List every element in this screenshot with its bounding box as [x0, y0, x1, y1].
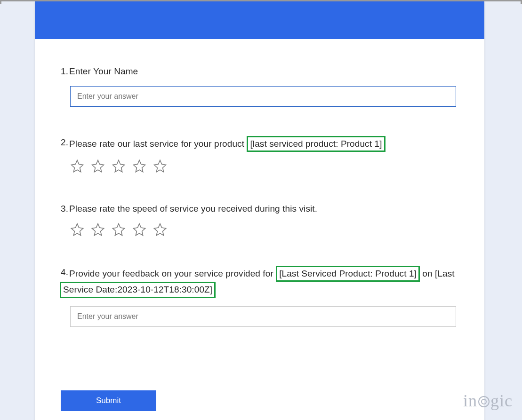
q4-text-before: Provide your feedback on your service pr… — [69, 269, 273, 278]
question-1: 1. Enter Your Name — [61, 65, 458, 107]
form-header — [35, 1, 484, 39]
q4-text-mid: on [Last — [422, 269, 454, 278]
form-card: 1. Enter Your Name 2. Please rate our la… — [35, 1, 484, 420]
q4-input[interactable] — [70, 306, 456, 327]
question-2: 2. Please rate our last service for your… — [61, 136, 458, 174]
q1-text: Enter Your Name — [69, 65, 458, 78]
q2-highlight: [last serviced product: Product 1] — [247, 136, 385, 152]
q4-highlight-2: Service Date:2023-10-12T18:30:00Z] — [60, 282, 216, 298]
star-icon[interactable] — [153, 159, 167, 173]
q1-input[interactable] — [70, 86, 456, 107]
star-icon[interactable] — [91, 159, 105, 173]
star-icon[interactable] — [153, 222, 167, 237]
q4-highlight-1: [Last Serviced Product: Product 1] — [276, 266, 420, 282]
watermark-logo: in gic — [463, 391, 513, 411]
star-icon[interactable] — [132, 222, 146, 237]
star-icon[interactable] — [70, 159, 84, 173]
q2-number: 2. — [61, 136, 68, 149]
q3-stars — [70, 222, 458, 237]
q3-number: 3. — [61, 202, 68, 215]
watermark-part2: gic — [490, 391, 513, 411]
q4-number: 4. — [61, 266, 68, 279]
form-body: 1. Enter Your Name 2. Please rate our la… — [35, 39, 484, 327]
star-icon[interactable] — [112, 222, 126, 237]
q1-number: 1. — [61, 65, 68, 78]
question-4: 4. Provide your feedback on your service… — [61, 266, 458, 327]
star-icon[interactable] — [132, 159, 146, 173]
star-icon[interactable] — [112, 159, 126, 173]
submit-button[interactable]: Submit — [61, 390, 156, 411]
star-icon[interactable] — [91, 222, 105, 237]
watermark-part1: in — [463, 391, 477, 411]
target-icon — [478, 396, 490, 407]
question-3: 3. Please rate the speed of service you … — [61, 202, 458, 237]
q2-stars — [70, 159, 458, 173]
q2-text-before: Please rate our last service for your pr… — [69, 139, 247, 149]
star-icon[interactable] — [70, 222, 84, 237]
q3-text: Please rate the speed of service you rec… — [69, 202, 458, 215]
